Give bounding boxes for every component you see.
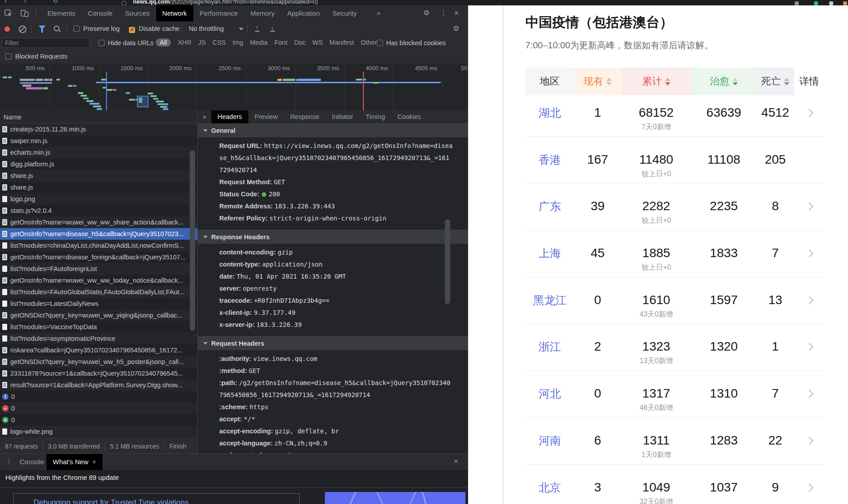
column-header-dead[interactable]: 死亡: [756, 68, 794, 95]
sort-arrows-icon[interactable]: [665, 78, 670, 85]
section-header-response-headers[interactable]: Response Headers: [198, 230, 468, 244]
section-header-general[interactable]: General: [198, 123, 468, 137]
devtools-tab-network[interactable]: Network: [156, 5, 193, 21]
request-row[interactable]: list?modules=chinaDayList,chinaDayAddLis…: [0, 240, 197, 251]
detail-cell[interactable]: [794, 465, 824, 504]
detail-cell[interactable]: [794, 230, 824, 277]
search-icon[interactable]: [54, 25, 60, 31]
request-row[interactable]: getONSDict?query_key=wuwei_ww_h5_poster&…: [0, 356, 197, 368]
detail-chevron-icon[interactable]: [805, 109, 813, 117]
settings-gear-icon[interactable]: ⚙: [423, 8, 430, 17]
filter-type-css[interactable]: CSS: [213, 39, 226, 46]
filter-type-xhr[interactable]: XHR: [178, 39, 192, 46]
province-link[interactable]: 上海: [525, 230, 574, 277]
whats-new-link[interactable]: Debugging support for Trusted Type viola…: [13, 493, 300, 504]
province-link[interactable]: 北京: [525, 465, 574, 504]
detail-cell[interactable]: [794, 418, 824, 464]
sort-arrows-icon[interactable]: [784, 78, 789, 85]
inspect-element-icon[interactable]: [4, 9, 13, 17]
clear-icon[interactable]: [19, 25, 26, 33]
filter-type-js[interactable]: JS: [198, 39, 206, 46]
filter-type-ws[interactable]: WS: [312, 39, 323, 46]
back-icon[interactable]: ‹: [4, 0, 7, 4]
request-row[interactable]: −0: [0, 402, 197, 414]
request-list-scrollbar[interactable]: [190, 150, 195, 331]
network-settings-gear-icon[interactable]: ⚙: [453, 24, 459, 33]
request-row[interactable]: 23311878?source=1&callback=jQuery3510702…: [0, 368, 197, 379]
request-row[interactable]: swiper.min.js: [0, 135, 197, 147]
close-tab-icon[interactable]: ×: [93, 458, 96, 466]
filter-input[interactable]: [2, 38, 89, 48]
detail-chevron-icon[interactable]: [805, 296, 813, 304]
request-row[interactable]: +0: [0, 414, 197, 426]
province-link[interactable]: 湖北: [525, 95, 574, 136]
filter-type-media[interactable]: Media: [250, 39, 268, 46]
column-header-total[interactable]: 累计: [621, 68, 691, 95]
preserve-log-checkbox[interactable]: [73, 25, 80, 32]
request-row[interactable]: digg.platform.js: [0, 158, 197, 170]
record-button[interactable]: [4, 26, 10, 32]
detail-cell[interactable]: [794, 324, 824, 370]
blocked-requests-checkbox[interactable]: [5, 53, 12, 59]
import-har-icon[interactable]: ↑: [255, 24, 260, 32]
extension-icon[interactable]: [814, 1, 818, 5]
request-row[interactable]: echarts.min.js: [0, 147, 197, 158]
province-link[interactable]: 河南: [525, 418, 574, 464]
devtools-close-icon[interactable]: ×: [454, 8, 459, 18]
details-tab-cookies[interactable]: Cookies: [391, 110, 427, 123]
request-row[interactable]: getOnsInfo?name=wuwei_ww_ww_today_notice…: [0, 275, 197, 286]
details-tab-timing[interactable]: Timing: [359, 110, 391, 123]
forward-icon[interactable]: ›: [24, 0, 26, 4]
details-tab-headers[interactable]: Headers: [211, 110, 248, 123]
request-row[interactable]: result?source=1&callback=AppPlatform.Sur…: [0, 379, 197, 391]
detail-cell[interactable]: [794, 95, 824, 136]
detail-chevron-icon[interactable]: [805, 483, 813, 491]
hide-data-urls-checkbox[interactable]: [98, 40, 105, 46]
request-row[interactable]: list?modules=FAutoGlobalStatis,FAutoGlob…: [0, 286, 197, 298]
detail-chevron-icon[interactable]: [805, 436, 813, 445]
devtools-tab-security[interactable]: Security: [326, 5, 363, 21]
drawer-close-icon[interactable]: ×: [454, 457, 458, 466]
page-scrollbar[interactable]: [502, 5, 504, 504]
filter-type-font[interactable]: Font: [274, 39, 287, 46]
detail-chevron-icon[interactable]: [805, 343, 813, 351]
filter-funnel-icon[interactable]: [38, 25, 46, 30]
province-link[interactable]: 广东: [525, 183, 574, 230]
devtools-menu-icon[interactable]: ⋮: [440, 8, 447, 17]
request-row[interactable]: getOnsInfo?name=disease_foreign&callback…: [0, 251, 197, 263]
section-header-request-headers[interactable]: Request Headers: [198, 336, 468, 350]
site-info-icon[interactable]: [122, 1, 127, 5]
detail-chevron-icon[interactable]: [805, 203, 813, 211]
extension-icon[interactable]: [843, 1, 847, 5]
request-row[interactable]: share.js: [0, 170, 197, 182]
devtools-tab-application[interactable]: Application: [281, 5, 326, 21]
request-row[interactable]: riskarea?callback=jQuery3510702340796545…: [0, 344, 197, 356]
devtools-tab-elements[interactable]: Elements: [41, 5, 82, 21]
request-row[interactable]: list?modules=FAutoforeignList: [0, 263, 197, 275]
filter-type-other[interactable]: Other: [361, 39, 377, 46]
close-details-icon[interactable]: ×: [198, 110, 211, 123]
devtools-tab-sources[interactable]: Sources: [119, 5, 156, 21]
column-header-cured[interactable]: 治愈: [691, 68, 756, 95]
extension-icon[interactable]: [795, 1, 799, 5]
filter-type-doc[interactable]: Doc: [294, 39, 306, 46]
filter-type-img[interactable]: Img: [233, 39, 243, 46]
drawer-menu-icon[interactable]: ⋮: [5, 457, 13, 466]
details-tab-initiator[interactable]: Initiator: [326, 110, 360, 123]
sort-arrows-icon[interactable]: [733, 78, 738, 85]
province-link[interactable]: 河北: [525, 371, 574, 417]
network-overview-timeline[interactable]: 500 ms1000 ms1500 ms2000 ms2500 ms3000 m…: [0, 64, 468, 111]
disable-cache-checkbox[interactable]: [129, 27, 135, 33]
details-tab-response[interactable]: Response: [284, 110, 325, 123]
request-row[interactable]: !0: [0, 391, 197, 402]
devtools-tab-performance[interactable]: Performance: [193, 5, 244, 21]
devtools-tab-console[interactable]: Console: [82, 5, 119, 21]
request-row[interactable]: stats.js?v2.0.4: [0, 205, 197, 216]
request-row[interactable]: share.js: [0, 182, 197, 193]
request-row[interactable]: logo-white.png: [0, 426, 197, 437]
name-column-header[interactable]: Name: [0, 110, 197, 123]
throttling-dropdown[interactable]: No throttling: [189, 25, 243, 32]
province-link[interactable]: 浙江: [525, 324, 574, 370]
devtools-tab-memory[interactable]: Memory: [244, 5, 281, 21]
details-tab-preview[interactable]: Preview: [248, 110, 284, 123]
